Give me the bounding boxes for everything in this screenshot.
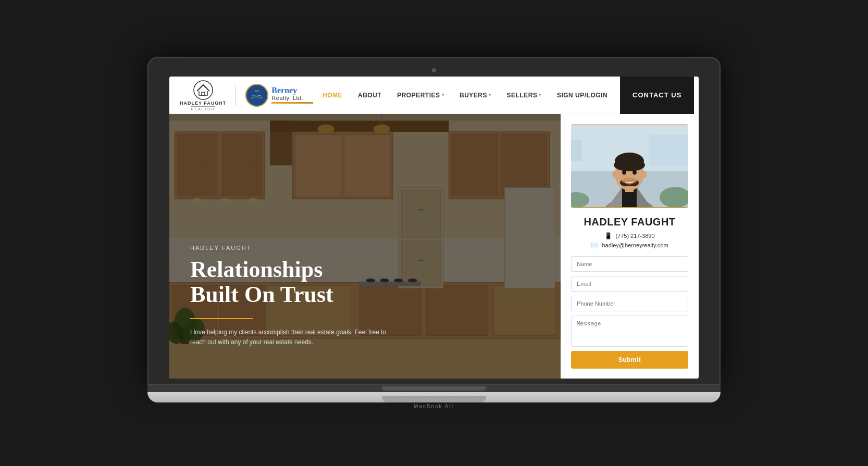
svg-rect-84 bbox=[649, 135, 688, 166]
svg-point-76 bbox=[614, 159, 645, 171]
hero-section: HADLEY FAUGHT Relationships Built On Tru… bbox=[169, 114, 561, 379]
svg-text:SC: SC bbox=[255, 90, 259, 93]
sellers-chevron: ▾ bbox=[539, 93, 541, 97]
nav-buyers[interactable]: BUYERS ▾ bbox=[452, 87, 499, 103]
berney-underline bbox=[271, 102, 313, 104]
nav-sellers[interactable]: SELLERS ▾ bbox=[500, 87, 549, 103]
svg-rect-83 bbox=[625, 186, 634, 192]
hadley-sub-text: REALTOR bbox=[191, 106, 215, 111]
logo-area: HADLEY FAUGHT REALTOR SC Est. 1968 bbox=[180, 80, 315, 111]
berney-badge-svg: SC Est. 1968 bbox=[245, 84, 268, 107]
svg-point-80 bbox=[633, 170, 637, 175]
contact-form: Submit bbox=[571, 256, 688, 369]
phone-icon: 📱 bbox=[604, 232, 612, 240]
berney-badge: SC Est. 1968 bbox=[245, 84, 268, 107]
name-input[interactable] bbox=[571, 256, 688, 272]
phone-row: 📱 (775) 217-3890 bbox=[571, 232, 688, 240]
screen-content: HADLEY FAUGHT REALTOR SC Est. 1968 bbox=[169, 77, 699, 379]
email-row: ✉️ hadley@berneyrealty.com bbox=[571, 242, 688, 249]
berney-text-area: Berney Realty, Ltd. bbox=[271, 86, 313, 104]
berney-name: Berney bbox=[271, 86, 313, 95]
hero-divider bbox=[190, 318, 253, 319]
agent-sidebar: HADLEY FAUGHT 📱 (775) 217-3890 ✉️ hadley… bbox=[561, 114, 699, 379]
email-input[interactable] bbox=[571, 276, 688, 292]
contact-us-button[interactable]: CONTACT US bbox=[620, 77, 694, 114]
svg-rect-85 bbox=[571, 140, 581, 161]
buyers-chevron: ▾ bbox=[489, 93, 491, 97]
macbook-label: MacBook Air bbox=[147, 404, 721, 409]
email-address: hadley@berneyrealty.com bbox=[602, 242, 668, 248]
agent-photo bbox=[571, 124, 688, 208]
laptop-base bbox=[147, 392, 721, 402]
laptop-hinge bbox=[147, 385, 721, 392]
contact-info: 📱 (775) 217-3890 ✉️ hadley@berneyrealty.… bbox=[571, 232, 688, 249]
nav-links: HOME ABOUT PROPERTIES ▾ BUYERS ▾ SELLERS… bbox=[315, 87, 615, 103]
svg-point-79 bbox=[622, 170, 626, 175]
svg-point-0 bbox=[194, 81, 213, 99]
hero-title: Relationships Built On Trust bbox=[190, 257, 388, 308]
navigation-bar: HADLEY FAUGHT REALTOR SC Est. 1968 bbox=[169, 77, 699, 114]
laptop-base-notch bbox=[382, 396, 486, 402]
laptop-container: HADLEY FAUGHT REALTOR SC Est. 1968 bbox=[147, 57, 721, 409]
svg-rect-1 bbox=[202, 92, 205, 95]
svg-text:Est. 1968: Est. 1968 bbox=[253, 94, 262, 97]
hero-tag: HADLEY FAUGHT bbox=[190, 245, 388, 251]
nav-about[interactable]: ABOUT bbox=[351, 87, 389, 103]
hero-content: HADLEY FAUGHT Relationships Built On Tru… bbox=[190, 245, 388, 347]
screen-bezel: HADLEY FAUGHT REALTOR SC Est. 1968 bbox=[147, 57, 721, 385]
properties-chevron: ▾ bbox=[442, 93, 444, 97]
logo-divider bbox=[235, 85, 236, 106]
laptop-camera bbox=[432, 68, 436, 72]
nav-properties[interactable]: PROPERTIES ▾ bbox=[390, 87, 451, 103]
house-icon bbox=[193, 80, 214, 100]
message-input[interactable] bbox=[571, 316, 688, 347]
hadley-name-text: HADLEY FAUGHT bbox=[180, 100, 226, 106]
laptop-hinge-inner bbox=[382, 386, 486, 391]
main-content: HADLEY FAUGHT Relationships Built On Tru… bbox=[169, 114, 699, 379]
phone-input[interactable] bbox=[571, 296, 688, 311]
hadley-logo[interactable]: HADLEY FAUGHT REALTOR bbox=[180, 80, 226, 111]
agent-photo-svg bbox=[571, 124, 688, 208]
phone-number: (775) 217-3890 bbox=[615, 233, 654, 239]
submit-button[interactable]: Submit bbox=[571, 351, 688, 369]
berney-realty-text: Realty, Ltd. bbox=[271, 95, 313, 101]
email-icon: ✉️ bbox=[591, 242, 599, 249]
nav-home[interactable]: HOME bbox=[315, 87, 350, 103]
agent-name: HADLEY FAUGHT bbox=[571, 216, 688, 228]
berney-logo[interactable]: SC Est. 1968 Berney Realty, Ltd. bbox=[245, 84, 313, 107]
nav-signup[interactable]: SIGN UP/LOGIN bbox=[550, 87, 615, 103]
hero-description: I love helping my clients accomplish the… bbox=[190, 328, 388, 347]
svg-point-81 bbox=[612, 171, 617, 178]
svg-point-82 bbox=[641, 171, 647, 178]
